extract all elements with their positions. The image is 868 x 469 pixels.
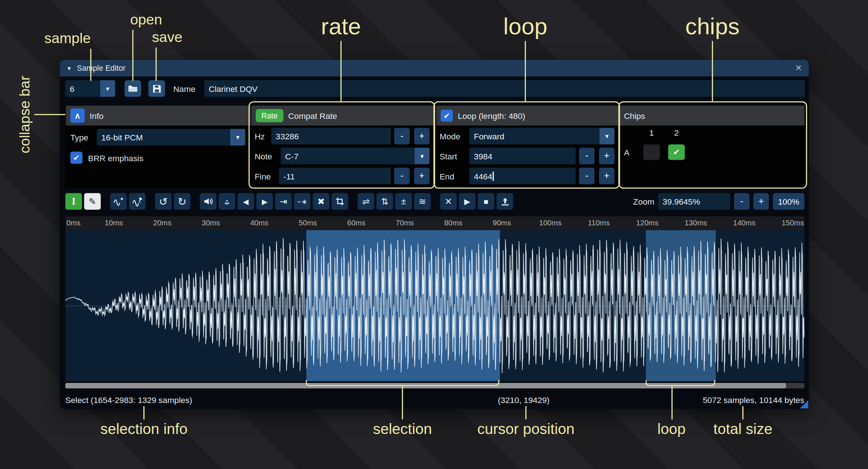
delete-icon: ✖ — [317, 196, 325, 207]
save-button[interactable] — [148, 80, 165, 97]
ruler-label: 100ms — [539, 218, 562, 227]
collapse-bar-button[interactable]: ∧ — [70, 108, 85, 123]
play-icon: ▶ — [464, 197, 470, 206]
ruler-label: 40ms — [250, 218, 269, 227]
redo-button[interactable]: ↻ — [174, 193, 190, 210]
insert-silence-icon: ⇥ — [280, 196, 287, 207]
annotation-save: save — [152, 29, 182, 46]
name-input[interactable]: Clarinet DQV — [204, 80, 805, 97]
line-loop-region — [671, 386, 672, 419]
zoom-reset-button[interactable]: 100% — [773, 193, 804, 210]
zoom-in-button[interactable]: + — [753, 193, 769, 210]
name-label: Name — [173, 84, 196, 94]
ruler-label: 0ms — [66, 218, 81, 227]
sample-toolbar: I ✎ ↺ ↻ — [65, 193, 804, 210]
plus-minus-icon: ± — [401, 197, 406, 206]
window-collapse-icon[interactable]: ▼ — [66, 65, 72, 71]
invert-button[interactable]: ⇅ — [377, 193, 393, 210]
fade-in-icon: ◀ — [243, 197, 248, 206]
selection-info-text: Select (1654-2983: 1329 samples) — [65, 395, 192, 404]
crop-icon — [335, 197, 344, 206]
arrows-horizontal-icon: ↔ — [219, 193, 235, 210]
zoom-out-button[interactable]: - — [734, 193, 749, 210]
resample-button[interactable] — [129, 193, 146, 210]
open-button[interactable] — [124, 80, 141, 97]
draw-mode-button[interactable]: ✎ — [84, 193, 101, 210]
waveform-canvas[interactable] — [65, 230, 804, 381]
speaker-icon — [203, 197, 213, 206]
line-sample — [90, 49, 91, 81]
zoom-input[interactable]: 39.9645% — [658, 193, 730, 210]
type-select-value: 16-bit PCM — [97, 129, 231, 146]
ruler-label: 50ms — [299, 218, 317, 227]
reverse-button[interactable]: ⇌ — [358, 193, 374, 210]
undo-button[interactable]: ↺ — [155, 193, 172, 210]
line-cursor-position — [525, 406, 526, 419]
undo-icon: ↺ — [159, 195, 167, 208]
type-select[interactable]: 16-bit PCM ▼ — [97, 129, 246, 146]
sample-select[interactable]: 6 ▼ — [65, 80, 115, 97]
resize-button[interactable] — [110, 193, 127, 210]
pencil-icon: ✎ — [89, 196, 96, 207]
resize-wave-icon — [113, 197, 123, 206]
upload-button[interactable] — [497, 193, 513, 210]
annotation-selection-info: selection info — [100, 420, 188, 438]
waveform-view[interactable] — [65, 230, 804, 381]
brr-emphasis-label: BRR emphasis — [88, 153, 143, 163]
chevron-up-icon: ∧ — [74, 111, 81, 120]
ruler-label: 110ms — [588, 218, 610, 227]
amplify-button[interactable] — [200, 193, 217, 210]
edit-cursor-icon: I — [72, 195, 76, 207]
annotation-selection: selection — [373, 420, 432, 438]
trim-button[interactable] — [332, 193, 348, 210]
info-panel: ∧ Info Type 16-bit PCM ▼ ✔ BRR emphasis — [65, 106, 251, 188]
annotation-chips: chips — [685, 13, 740, 40]
upload-icon — [500, 197, 510, 206]
delete-button[interactable]: ✖ — [313, 193, 329, 210]
ruler-label: 30ms — [202, 218, 220, 227]
fade-in-button[interactable]: ◀ — [238, 193, 254, 210]
line-open — [132, 30, 134, 81]
sign-button[interactable]: ± — [395, 193, 412, 210]
info-panel-header: ∧ Info — [66, 106, 251, 126]
insert-silence-button[interactable]: ⇥ — [275, 193, 292, 210]
edit-mode-button[interactable]: I — [65, 193, 82, 210]
selection-bracket — [306, 380, 499, 386]
annotation-cursor-position: cursor position — [477, 420, 574, 438]
crossfade-button[interactable]: ✕ — [440, 193, 457, 210]
fade-out-button[interactable]: ▶ — [256, 193, 273, 210]
stop-icon: ■ — [484, 197, 489, 206]
rate-highlight-box — [248, 101, 435, 189]
apply-silence-button[interactable]: −∗ — [294, 193, 311, 210]
stop-button[interactable]: ■ — [478, 193, 494, 210]
annotation-rate: rate — [321, 13, 361, 40]
line-selection — [402, 386, 403, 419]
sample-select-value: 6 — [65, 80, 100, 97]
annotation-open: open — [130, 11, 162, 28]
status-bar: Select (1654-2983: 1329 samples) (3210, … — [60, 391, 809, 409]
normalize-button[interactable]: ↔ ↕ — [219, 193, 235, 210]
line-save — [155, 47, 157, 81]
crossfade-icon: ✕ — [445, 196, 452, 207]
filter-wave-icon: ≋ — [418, 196, 426, 207]
annotation-collapse-bar: collapse bar — [16, 76, 34, 154]
loop-highlight-box — [433, 101, 620, 189]
total-size-text: 5072 samples, 10144 bytes — [703, 395, 804, 404]
reverse-icon: ⇌ — [362, 196, 370, 207]
play-button[interactable]: ▶ — [459, 193, 476, 210]
invert-icon: ⇅ — [381, 196, 388, 207]
window-titlebar[interactable]: ▼ Sample Editor ✕ — [60, 60, 809, 77]
filter-button[interactable]: ≋ — [414, 193, 431, 210]
arrows-vertical-icon: ↕ — [219, 193, 235, 210]
chevron-down-icon[interactable]: ▼ — [100, 80, 115, 97]
ruler-label: 130ms — [684, 218, 707, 227]
line-total-size — [742, 406, 744, 419]
ruler-label: 20ms — [153, 218, 171, 227]
brr-emphasis-checkbox[interactable]: ✔ — [70, 152, 82, 164]
apply-silence-icon: −∗ — [297, 197, 307, 206]
line-loop — [525, 41, 526, 101]
close-icon[interactable]: ✕ — [795, 63, 802, 73]
resize-grip[interactable] — [800, 400, 808, 408]
loop-bracket — [645, 380, 715, 386]
chevron-down-icon[interactable]: ▼ — [230, 129, 245, 146]
